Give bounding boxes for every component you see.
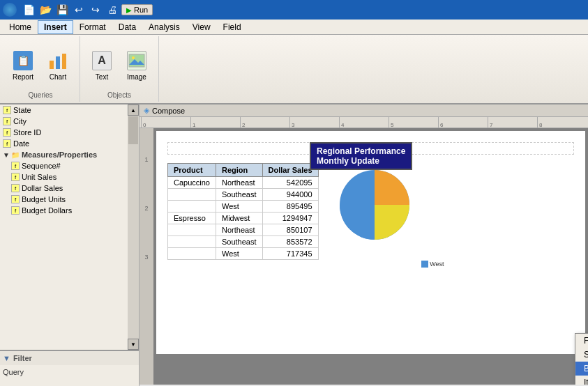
- compose-content: 1 2 3 Product Region: [140, 128, 588, 385]
- table-cell: Northeast: [216, 224, 262, 236]
- ribbon-group-queries: 📋 Report Chart Queries: [1, 36, 80, 102]
- tree-item-dollarsales[interactable]: f Dollar Sales: [0, 183, 128, 194]
- redo-btn[interactable]: ↪: [88, 3, 103, 17]
- open-btn[interactable]: 📂: [38, 3, 53, 17]
- ruler-4: 4: [339, 117, 389, 128]
- menu-home[interactable]: Home: [3, 20, 38, 34]
- text-line1: Regional Performance: [317, 146, 405, 156]
- ruler-0: 0: [141, 117, 190, 128]
- ctx-size[interactable]: Size ▶: [575, 348, 588, 362]
- print-btn[interactable]: 🖨: [105, 3, 120, 17]
- text-label: Text: [96, 73, 108, 81]
- menu-view[interactable]: View: [186, 20, 217, 34]
- run-label: Run: [134, 6, 148, 14]
- sequence-label: Sequence#: [22, 162, 61, 170]
- table-row: CapuccinoNortheast542095: [168, 177, 319, 189]
- tree-item-state[interactable]: f State: [0, 105, 128, 116]
- table-cell: 1294947: [262, 213, 318, 224]
- ruler-marks: 0 1 2 3 4 5 6 7 8: [141, 117, 587, 128]
- scroll-down-btn[interactable]: ▼: [128, 339, 139, 350]
- page-margin-bar: 1 2 3: [140, 128, 153, 385]
- chart-icon: [47, 49, 69, 72]
- field-icon-budgetunits: f: [11, 195, 20, 203]
- table-cell: [168, 189, 216, 201]
- menu-insert[interactable]: Insert: [38, 20, 73, 34]
- table-cell: [168, 236, 216, 248]
- ctx-font-label: Font: [584, 336, 588, 346]
- new-btn[interactable]: 📄: [21, 3, 36, 17]
- run-icon: ▶: [126, 6, 132, 14]
- table-cell: 542095: [262, 177, 318, 189]
- tree-item-date[interactable]: f Date: [0, 138, 128, 149]
- ruler-3: 3: [289, 117, 339, 128]
- tree-item-sequence[interactable]: f Sequence#: [0, 160, 128, 171]
- undo-btn[interactable]: ↩: [71, 3, 86, 17]
- field-icon-city: f: [3, 117, 11, 125]
- text-element[interactable]: Regional Performance Monthly Update: [310, 142, 412, 170]
- field-icon-state: f: [3, 106, 11, 114]
- table-cell: 944000: [262, 189, 318, 201]
- page-content: Product Region Dollar Sales CapuccinoNor…: [156, 131, 585, 354]
- expand-icon-measures: ▼: [3, 151, 10, 159]
- menu-data[interactable]: Data: [112, 20, 142, 34]
- table-cell: 850107: [262, 224, 318, 236]
- scroll-up-btn[interactable]: ▲: [128, 105, 139, 116]
- table-cell: Capuccino: [168, 177, 216, 189]
- queries-group-label: Queries: [28, 91, 52, 99]
- ctx-font[interactable]: Font ▶: [575, 334, 588, 348]
- text-line2: Monthly Update: [317, 156, 405, 166]
- menu-analysis[interactable]: Analysis: [142, 20, 186, 34]
- top-actions: 📄 📂 💾 ↩ ↪ 🖨 ▶ Run: [21, 3, 153, 17]
- run-button[interactable]: ▶ Run: [121, 4, 153, 15]
- context-menu: Font ▶ Size ▶ Bold ↖ Italic: [575, 333, 588, 385]
- image-label: Image: [127, 73, 146, 81]
- legend-west: West: [421, 261, 444, 268]
- filter-icon: ▼: [3, 354, 10, 362]
- compose-header: ◈ Compose: [140, 105, 588, 117]
- table-cell: 895495: [262, 201, 318, 213]
- table-row: EspressoMidwest1294947: [168, 213, 319, 224]
- scroll-thumb[interactable]: [128, 116, 138, 144]
- menu-field[interactable]: Field: [217, 20, 248, 34]
- table-cell: [168, 201, 216, 213]
- objects-items: A Text Image: [86, 39, 153, 91]
- field-icon-unitsales: f: [11, 173, 20, 181]
- ruler-6: 6: [438, 117, 488, 128]
- tree-item-city[interactable]: f City: [0, 116, 128, 127]
- filter-header: ▼ Filter: [3, 354, 136, 362]
- table-row: Northeast850107: [168, 224, 319, 236]
- tree-item-storeid[interactable]: f Store ID: [0, 127, 128, 138]
- storeid-label: Store ID: [13, 128, 41, 137]
- ribbon-text-btn[interactable]: A Text: [86, 46, 118, 84]
- compose-area: ◈ Compose 0 1 2 3 4 5 6 7 8 1 2 3: [140, 105, 588, 386]
- table-row: West717345: [168, 248, 319, 260]
- ctx-italic[interactable]: Italic: [575, 376, 588, 385]
- ctx-bold[interactable]: Bold ↖: [575, 362, 588, 376]
- tree-item-measures[interactable]: ▼ 📁 Measures/Properties: [0, 149, 128, 160]
- queries-items: 📋 Report Chart: [7, 39, 74, 91]
- svg-point-4: [132, 56, 135, 59]
- ribbon-chart-btn[interactable]: Chart: [42, 46, 74, 84]
- compose-title: Compose: [152, 107, 185, 115]
- budgetdollars-label: Budget Dollars: [22, 206, 72, 215]
- tree-item-budgetunits[interactable]: f Budget Units: [0, 194, 128, 205]
- menu-format[interactable]: Format: [73, 20, 112, 34]
- col-region: Region: [216, 164, 262, 177]
- table-row: Southeast944000: [168, 189, 319, 201]
- save-btn[interactable]: 💾: [54, 3, 70, 17]
- table-cell: [168, 224, 216, 236]
- tree-item-unitsales[interactable]: f Unit Sales: [0, 171, 128, 183]
- folder-icon-measures: 📁: [11, 151, 20, 159]
- tree-item-budgetdollars[interactable]: f Budget Dollars: [0, 205, 128, 216]
- state-label: State: [13, 106, 31, 114]
- ribbon-report-btn[interactable]: 📋 Report: [7, 46, 39, 84]
- tree-scrollbar[interactable]: ▲ ▼: [128, 105, 139, 350]
- query-label: Query: [3, 368, 24, 376]
- ribbon-image-btn[interactable]: Image: [121, 46, 153, 84]
- ruler-8: 8: [537, 117, 587, 128]
- menu-bar: Home Insert Format Data Analysis View Fi…: [0, 20, 588, 35]
- table-cell: Southeast: [216, 189, 262, 201]
- table-cell: 853572: [262, 236, 318, 248]
- svg-rect-3: [129, 54, 144, 67]
- unitsales-label: Unit Sales: [22, 173, 56, 181]
